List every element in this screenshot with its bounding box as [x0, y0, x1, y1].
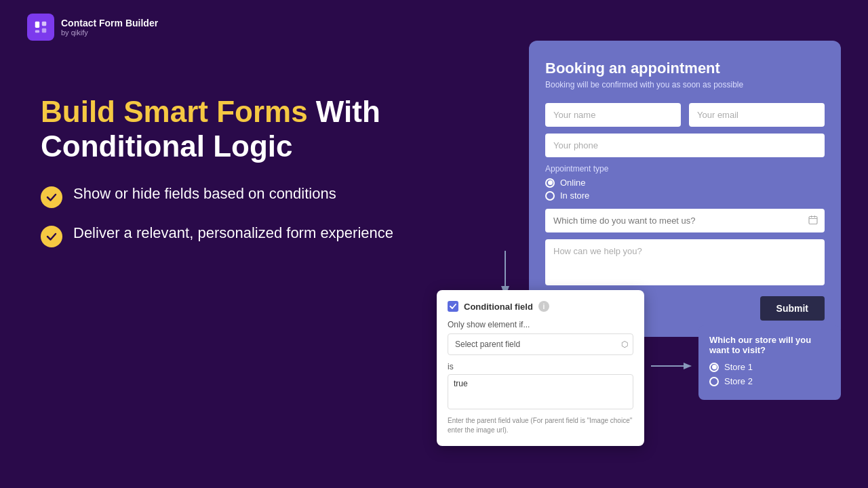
- radio-online-label: Online: [560, 178, 586, 188]
- date-wrapper: [545, 209, 825, 232]
- radio-dot-store: [545, 191, 555, 201]
- right-arrow: [651, 359, 692, 373]
- select-wrapper: Select parent field ⬡: [448, 333, 633, 355]
- radio-store-label: In store: [560, 190, 589, 201]
- svg-rect-1: [42, 22, 46, 26]
- store-card: Which our store will you want to visit? …: [698, 325, 841, 400]
- submit-button[interactable]: Submit: [760, 296, 825, 321]
- name-input[interactable]: [545, 103, 681, 127]
- svg-marker-9: [684, 363, 692, 369]
- name-email-row: [545, 103, 825, 127]
- conditional-header: Conditional field i: [448, 301, 633, 312]
- radio-online[interactable]: Online: [545, 178, 825, 188]
- conditional-checkbox[interactable]: [448, 301, 458, 312]
- info-icon: i: [538, 301, 549, 312]
- help-textarea[interactable]: [545, 239, 825, 285]
- booking-subtitle: Booking will be confirmed with you as so…: [545, 80, 825, 89]
- conditional-title: Conditional field: [464, 302, 533, 312]
- feature-text-1: Show or hide fields based on conditions: [73, 185, 336, 203]
- conditional-panel: Conditional field i Only show element if…: [437, 290, 644, 446]
- radio-dot-online: [545, 178, 555, 188]
- store-option-1[interactable]: Store 1: [709, 362, 830, 372]
- headline-yellow: Build Smart Forms: [41, 95, 308, 128]
- store-label-1: Store 1: [724, 362, 753, 372]
- store-radio-2: [709, 377, 719, 386]
- svg-rect-5: [811, 216, 812, 218]
- feature-text-2: Deliver a relevant, personalized form ex…: [73, 224, 393, 242]
- headline-line2: Conditional Logic: [41, 129, 293, 163]
- logo-icon: [27, 14, 54, 41]
- store-question: Which our store will you want to visit?: [709, 335, 830, 355]
- feature-list: Show or hide fields based on conditions …: [41, 185, 393, 247]
- svg-rect-6: [814, 216, 815, 218]
- booking-title: Booking an appointment: [545, 60, 825, 77]
- date-input[interactable]: [545, 209, 825, 232]
- headline-white-suffix: With: [316, 95, 380, 128]
- store-radio-1: [709, 363, 719, 372]
- only-show-label: Only show element if...: [448, 320, 633, 329]
- store-option-2[interactable]: Store 2: [709, 376, 830, 386]
- select-arrow-icon: ⬡: [621, 340, 628, 349]
- hint-text: Enter the parent field value (For parent…: [448, 416, 633, 435]
- svg-rect-3: [35, 30, 39, 33]
- phone-input[interactable]: [545, 134, 825, 157]
- feature-item-2: Deliver a relevant, personalized form ex…: [41, 224, 393, 247]
- headline: Build Smart Forms With Conditional Logic: [41, 95, 393, 163]
- value-textarea[interactable]: [448, 374, 633, 409]
- email-input[interactable]: [689, 103, 825, 127]
- is-label: is: [448, 362, 633, 371]
- svg-rect-4: [809, 216, 817, 224]
- radio-group: Online In store: [545, 178, 825, 201]
- appointment-label: Appointment type: [545, 164, 825, 174]
- app-title: Contact Form Builder: [61, 18, 158, 29]
- parent-field-select[interactable]: Select parent field: [448, 333, 633, 355]
- svg-rect-2: [42, 28, 46, 33]
- radio-store[interactable]: In store: [545, 190, 825, 201]
- app-subtitle: by qikify: [61, 28, 158, 37]
- left-content: Build Smart Forms With Conditional Logic…: [41, 95, 393, 247]
- logo-text: Contact Form Builder by qikify: [61, 18, 158, 37]
- check-icon-1: [41, 186, 62, 208]
- store-label-2: Store 2: [724, 376, 753, 386]
- feature-item-1: Show or hide fields based on conditions: [41, 185, 393, 208]
- check-icon-2: [41, 226, 62, 247]
- calendar-icon: [808, 215, 818, 226]
- header: Contact Form Builder by qikify: [27, 14, 158, 41]
- svg-rect-0: [35, 22, 39, 28]
